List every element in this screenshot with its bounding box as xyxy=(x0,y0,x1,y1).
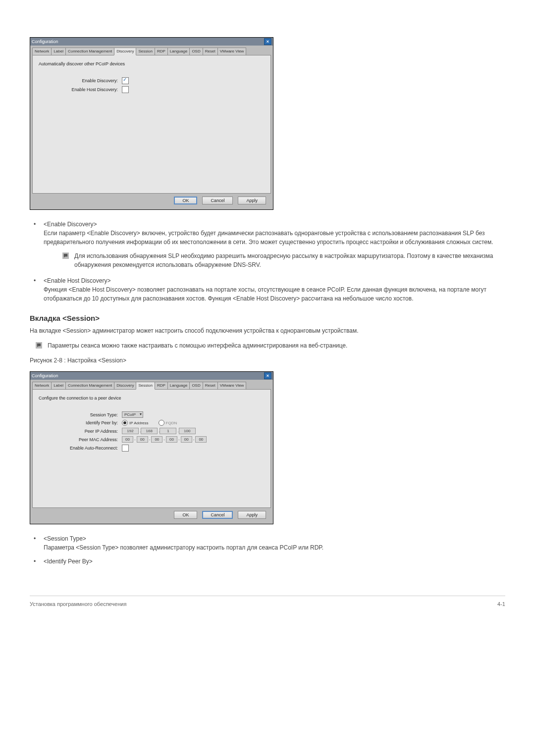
footer-right: 4-1 xyxy=(497,601,505,607)
enable-discovery-checkbox[interactable] xyxy=(122,77,129,84)
section-intro: На вкладке <Session> администратор может… xyxy=(30,326,505,335)
peer-mac-1[interactable]: 00 xyxy=(122,436,133,443)
close-icon[interactable]: × xyxy=(264,372,271,379)
tab-language[interactable]: Language xyxy=(167,382,190,390)
dialog-titlebar[interactable]: Configuration × xyxy=(30,372,273,380)
pane-description: Configure the connection to a peer devic… xyxy=(39,396,265,401)
bullet-desc-session-type: Параметра <Session Type> позволяет админ… xyxy=(44,543,505,552)
bullet-term-identify-peer: <Identify Peer By> xyxy=(44,558,93,565)
tab-label[interactable]: Label xyxy=(51,48,66,55)
tab-reset[interactable]: Reset xyxy=(203,382,218,390)
section-title-session: Вкладка <Session> xyxy=(30,314,505,322)
pane-description: Automatically discover other PCoIP devic… xyxy=(39,61,265,66)
bullet-term-enable-host-discovery: <Enable Host Discovery> xyxy=(44,277,110,284)
tab-network[interactable]: Network xyxy=(32,382,52,390)
note-icon xyxy=(62,252,69,259)
bullet-desc-enable-discovery: Если параметр <Enable Discovery> включен… xyxy=(44,229,505,247)
tabpane-discovery: Automatically discover other PCoIP devic… xyxy=(32,55,271,194)
peer-ip-octet-2[interactable]: 168 xyxy=(141,428,158,434)
bullet-desc-enable-host-discovery: Функция <Enable Host Discovery> позволяе… xyxy=(44,285,505,303)
peer-ip-octet-1[interactable]: 192 xyxy=(122,428,139,434)
tab-discovery[interactable]: Discovery xyxy=(114,382,136,390)
tab-network[interactable]: Network xyxy=(32,48,52,55)
cancel-button[interactable]: Cancel xyxy=(202,511,233,519)
tabpane-session: Configure the connection to a peer devic… xyxy=(32,389,271,508)
footer-left: Установка программного обеспечения xyxy=(30,601,126,607)
tab-language[interactable]: Language xyxy=(167,48,190,55)
figure-caption: Рисунок 2-8 : Настройка <Session> xyxy=(30,357,505,364)
configuration-dialog-discovery: Configuration × Network Label Connection… xyxy=(30,37,273,210)
tab-connection-management[interactable]: Connection Management xyxy=(65,48,114,55)
tab-session[interactable]: Session xyxy=(136,48,155,55)
note-text: Для использования обнаружения SLP необхо… xyxy=(74,252,493,268)
peer-mac-label: Peer MAC Address: xyxy=(39,437,122,442)
configuration-dialog-session: Configuration × Network Label Connection… xyxy=(30,371,273,524)
identify-peer-ip-radio[interactable] xyxy=(122,420,128,426)
peer-mac-5[interactable]: 00 xyxy=(181,436,192,443)
identify-peer-ip-text: IP Address xyxy=(129,421,149,425)
identify-peer-fqdn-radio[interactable] xyxy=(159,420,164,426)
identify-peer-label: Identify Peer by: xyxy=(39,420,122,425)
cancel-button[interactable]: Cancel xyxy=(202,197,233,204)
tab-vmware-view[interactable]: VMware View xyxy=(217,382,247,390)
peer-mac-2[interactable]: 00 xyxy=(137,436,148,443)
tab-connection-management[interactable]: Connection Management xyxy=(65,382,114,390)
auto-reconnect-checkbox[interactable] xyxy=(122,445,129,452)
peer-ip-octet-4[interactable]: 100 xyxy=(179,428,196,434)
enable-host-discovery-checkbox[interactable] xyxy=(122,86,129,93)
session-type-select[interactable]: PCoIP xyxy=(122,411,143,418)
identify-peer-fqdn-text: FQDN xyxy=(166,421,177,425)
peer-mac-3[interactable]: 00 xyxy=(151,436,162,443)
ok-button[interactable]: OK xyxy=(174,511,197,519)
apply-button[interactable]: Apply xyxy=(238,197,266,204)
tab-vmware-view[interactable]: VMware View xyxy=(217,48,247,55)
peer-mac-4[interactable]: 00 xyxy=(166,436,177,443)
peer-mac-6[interactable]: 00 xyxy=(195,436,207,443)
note-text: Параметры сеанса можно также настраивать… xyxy=(48,342,347,349)
ok-button[interactable]: OK xyxy=(174,197,197,204)
tab-label[interactable]: Label xyxy=(51,382,66,390)
auto-reconnect-label: Enable Auto-Reconnect: xyxy=(39,446,122,451)
enable-host-discovery-label: Enable Host Discovery: xyxy=(39,87,122,92)
tab-osd[interactable]: OSD xyxy=(189,48,203,55)
dialog-title: Configuration xyxy=(32,39,58,44)
bullet-term-session-type: <Session Type> xyxy=(44,535,86,542)
dialog-title: Configuration xyxy=(32,373,58,378)
tab-rdp[interactable]: RDP xyxy=(155,48,168,55)
tab-osd[interactable]: OSD xyxy=(189,382,203,390)
session-type-label: Session Type: xyxy=(39,412,122,417)
tab-rdp[interactable]: RDP xyxy=(155,382,168,390)
tabstrip: Network Label Connection Management Disc… xyxy=(32,382,271,390)
tabstrip: Network Label Connection Management Disc… xyxy=(32,48,271,55)
peer-ip-label: Peer IP Address: xyxy=(39,429,122,434)
apply-button[interactable]: Apply xyxy=(238,511,266,519)
dialog-titlebar[interactable]: Configuration × xyxy=(30,38,273,46)
tab-reset[interactable]: Reset xyxy=(203,48,218,55)
enable-discovery-label: Enable Discovery: xyxy=(39,78,122,83)
tab-discovery[interactable]: Discovery xyxy=(114,48,136,55)
bullet-term-enable-discovery: <Enable Discovery> xyxy=(44,221,97,228)
tab-session[interactable]: Session xyxy=(136,382,155,390)
close-icon[interactable]: × xyxy=(264,38,271,45)
note-icon xyxy=(36,342,42,349)
peer-ip-octet-3[interactable]: 1 xyxy=(160,428,176,434)
